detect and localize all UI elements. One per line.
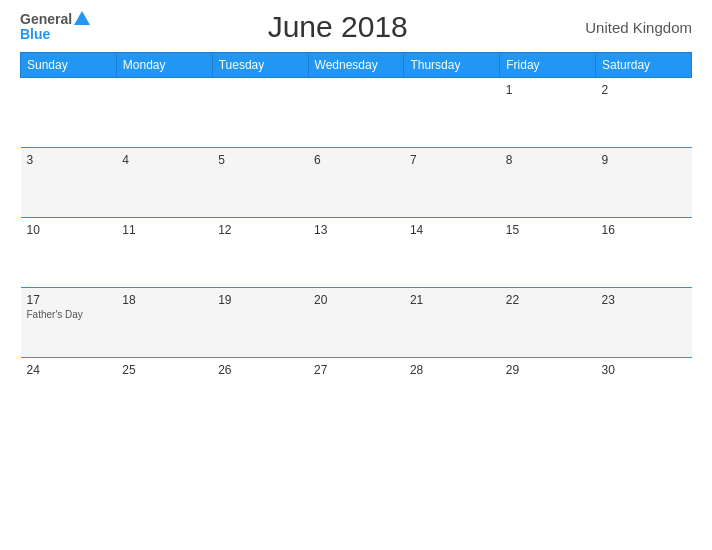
calendar-cell — [212, 78, 308, 148]
calendar-cell: 22 — [500, 288, 596, 358]
calendar-cell: 25 — [116, 358, 212, 428]
day-number: 28 — [410, 363, 494, 377]
calendar-cell — [404, 78, 500, 148]
calendar-header: General Blue June 2018 United Kingdom — [20, 10, 692, 44]
calendar-cell: 3 — [21, 148, 117, 218]
day-number: 27 — [314, 363, 398, 377]
calendar-week-row: 24252627282930 — [21, 358, 692, 428]
calendar-cell — [308, 78, 404, 148]
calendar-cell: 29 — [500, 358, 596, 428]
calendar-cell: 24 — [21, 358, 117, 428]
calendar-cell: 4 — [116, 148, 212, 218]
calendar-cell: 10 — [21, 218, 117, 288]
logo-general-text: General — [20, 12, 72, 27]
calendar-cell: 30 — [596, 358, 692, 428]
logo-blue-text: Blue — [20, 27, 50, 42]
day-of-week-header: Friday — [500, 53, 596, 78]
calendar-table: SundayMondayTuesdayWednesdayThursdayFrid… — [20, 52, 692, 428]
day-number: 10 — [27, 223, 111, 237]
day-number: 18 — [122, 293, 206, 307]
day-number: 23 — [602, 293, 686, 307]
day-number: 9 — [602, 153, 686, 167]
day-number: 14 — [410, 223, 494, 237]
calendar-cell: 26 — [212, 358, 308, 428]
day-of-week-header: Sunday — [21, 53, 117, 78]
day-number: 13 — [314, 223, 398, 237]
day-number: 5 — [218, 153, 302, 167]
calendar-cell: 16 — [596, 218, 692, 288]
day-of-week-header: Monday — [116, 53, 212, 78]
day-number: 26 — [218, 363, 302, 377]
calendar-cell — [21, 78, 117, 148]
calendar-cell: 14 — [404, 218, 500, 288]
calendar-cell: 18 — [116, 288, 212, 358]
calendar-week-row: 17Father's Day181920212223 — [21, 288, 692, 358]
calendar-cell: 1 — [500, 78, 596, 148]
day-number: 21 — [410, 293, 494, 307]
calendar-week-row: 3456789 — [21, 148, 692, 218]
day-number: 16 — [602, 223, 686, 237]
day-number: 2 — [602, 83, 686, 97]
calendar-cell: 6 — [308, 148, 404, 218]
day-number: 30 — [602, 363, 686, 377]
day-number: 29 — [506, 363, 590, 377]
calendar-cell: 2 — [596, 78, 692, 148]
calendar-cell: 9 — [596, 148, 692, 218]
day-number: 22 — [506, 293, 590, 307]
day-number: 15 — [506, 223, 590, 237]
day-number: 1 — [506, 83, 590, 97]
calendar-cell: 19 — [212, 288, 308, 358]
calendar-cell: 12 — [212, 218, 308, 288]
calendar-title: June 2018 — [268, 10, 408, 44]
day-number: 24 — [27, 363, 111, 377]
day-of-week-header: Saturday — [596, 53, 692, 78]
calendar-cell: 15 — [500, 218, 596, 288]
calendar-cell: 21 — [404, 288, 500, 358]
day-number: 6 — [314, 153, 398, 167]
calendar-cell: 7 — [404, 148, 500, 218]
day-number: 4 — [122, 153, 206, 167]
day-number: 20 — [314, 293, 398, 307]
logo: General Blue — [20, 11, 90, 42]
day-number: 25 — [122, 363, 206, 377]
calendar-cell: 5 — [212, 148, 308, 218]
day-of-week-header: Thursday — [404, 53, 500, 78]
calendar-cell: 11 — [116, 218, 212, 288]
calendar-cell: 28 — [404, 358, 500, 428]
holiday-label: Father's Day — [27, 309, 111, 320]
calendar-body: 1234567891011121314151617Father's Day181… — [21, 78, 692, 428]
calendar-header-row: SundayMondayTuesdayWednesdayThursdayFrid… — [21, 53, 692, 78]
calendar-cell: 17Father's Day — [21, 288, 117, 358]
day-number: 11 — [122, 223, 206, 237]
calendar-cell: 27 — [308, 358, 404, 428]
day-number: 3 — [27, 153, 111, 167]
day-number: 19 — [218, 293, 302, 307]
calendar-week-row: 10111213141516 — [21, 218, 692, 288]
logo-triangle-icon — [74, 11, 90, 25]
calendar-cell: 23 — [596, 288, 692, 358]
day-of-week-header: Wednesday — [308, 53, 404, 78]
calendar-cell: 20 — [308, 288, 404, 358]
day-number: 17 — [27, 293, 111, 307]
day-number: 8 — [506, 153, 590, 167]
calendar-cell: 8 — [500, 148, 596, 218]
day-number: 12 — [218, 223, 302, 237]
day-number: 7 — [410, 153, 494, 167]
country-label: United Kingdom — [585, 19, 692, 36]
day-of-week-header: Tuesday — [212, 53, 308, 78]
calendar-cell — [116, 78, 212, 148]
calendar-week-row: 12 — [21, 78, 692, 148]
calendar-cell: 13 — [308, 218, 404, 288]
